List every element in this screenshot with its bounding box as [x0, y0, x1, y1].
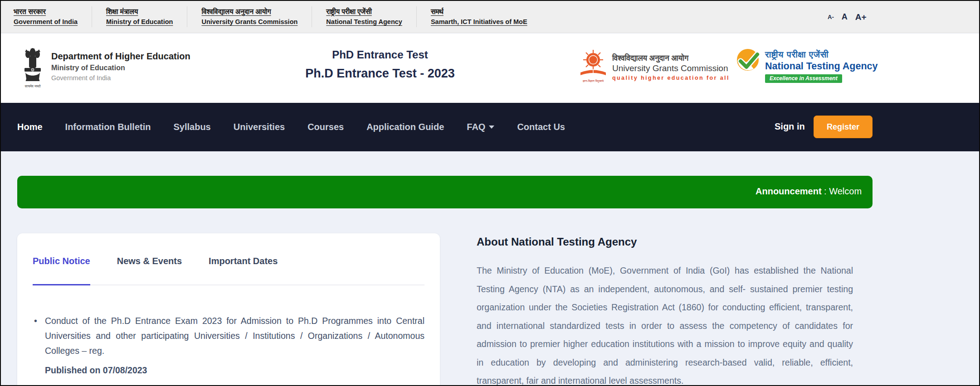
divider [312, 6, 312, 27]
link-english-label: Government of India [14, 17, 78, 27]
link-hindi-label: भारत सरकार [14, 6, 78, 17]
nta-logo-block: राष्ट्रीय परीक्षा एजेंसी National Testin… [736, 48, 878, 83]
link-english-label: National Testing Agency [326, 17, 402, 27]
divider [416, 6, 417, 27]
link-english-label: Ministry of Education [106, 17, 173, 27]
link-university-grants-commission[interactable]: विश्वविद्यालय अनुदान आयोग University Gra… [201, 6, 297, 27]
department-logo-block: सत्यमेव जयते Department of Higher Educat… [21, 48, 190, 89]
tab-important-dates[interactable]: Important Dates [209, 256, 278, 266]
nta-badge: Excellence in Assessment [765, 74, 842, 83]
faq-label: FAQ [467, 122, 485, 132]
page-title-line2: Ph.D Entrance Test - 2023 [273, 66, 487, 81]
notices-card: Public Notice News & Events Important Da… [17, 233, 440, 386]
page-title: PhD Entrance Test Ph.D Entrance Test - 2… [273, 48, 487, 81]
ugc-name-hindi: विश्वविद्यालय अनुदान आयोग [612, 53, 730, 63]
nav-item-home[interactable]: Home [17, 122, 43, 132]
link-ministry-of-education[interactable]: शिक्षा मंत्रालय Ministry of Education [106, 6, 173, 27]
sign-in-link[interactable]: Sign in [775, 121, 805, 132]
font-normal-button[interactable]: A [842, 12, 848, 22]
department-title: Department of Higher Education [51, 51, 190, 62]
link-hindi-label: राष्ट्रीय परीक्षा एजेंसी [326, 6, 402, 17]
department-government: Government of India [51, 74, 190, 82]
nta-logo-icon [736, 48, 760, 72]
government-links: भारत सरकार Government of India शिक्षा मं… [14, 6, 527, 27]
ugc-tagline: quality higher education for all [612, 75, 730, 81]
divider [187, 6, 187, 27]
ugc-logo-icon [580, 49, 607, 79]
nta-name-hindi: राष्ट्रीय परीक्षा एजेंसी [765, 49, 878, 60]
tab-public-notice[interactable]: Public Notice [33, 256, 90, 266]
tab-news-events[interactable]: News & Events [117, 256, 182, 266]
link-hindi-label: समर्थ [431, 6, 527, 17]
nav-item-contact-us[interactable]: Contact Us [517, 122, 565, 132]
ugc-logo-wrap: ज्ञान-विज्ञान विमुक्तये [580, 49, 607, 83]
nta-name-english: National Testing Agency [765, 60, 878, 72]
register-button[interactable]: Register [814, 116, 873, 138]
government-links-bar: भारत सरकार Government of India शिक्षा मं… [1, 1, 979, 33]
about-paragraph: The Ministry of Education (MoE), Governm… [477, 261, 853, 386]
announcement-label: Announcement [756, 186, 822, 196]
chevron-down-icon [489, 125, 494, 129]
ugc-motto: ज्ञान-विज्ञान विमुक्तये [583, 79, 604, 83]
notice-published-date: Published on 07/08/2023 [33, 365, 424, 376]
page-title-line1: PhD Entrance Test [273, 48, 487, 62]
divider [92, 6, 92, 27]
ugc-logo-block: ज्ञान-विज्ञान विमुक्तये विश्वविद्यालय अन… [580, 49, 730, 83]
nav-items: Home Information Bulletin Syllabus Unive… [17, 103, 565, 151]
link-national-testing-agency[interactable]: राष्ट्रीय परीक्षा एजेंसी National Testin… [326, 6, 402, 27]
main-navbar: Home Information Bulletin Syllabus Unive… [1, 103, 979, 151]
india-emblem-icon [23, 48, 42, 83]
site-header: सत्यमेव जयते Department of Higher Educat… [1, 34, 979, 103]
emblem-caption: सत्यमेव जयते [24, 84, 40, 89]
india-emblem-wrap: सत्यमेव जयते [21, 48, 44, 89]
font-increase-button[interactable]: A+ [855, 12, 867, 22]
department-subtitle: Ministry of Education [51, 64, 190, 72]
nav-item-faq[interactable]: FAQ [467, 122, 494, 132]
nav-item-universities[interactable]: Universities [234, 122, 285, 132]
announcement-marquee: Announcement : Welcom [756, 186, 862, 197]
link-hindi-label: विश्वविद्यालय अनुदान आयोग [201, 6, 297, 17]
ugc-text: विश्वविद्यालय अनुदान आयोग University Gra… [612, 49, 730, 83]
notice-list-item[interactable]: Conduct of the Ph.D Entrance Exam 2023 f… [33, 314, 424, 358]
nav-item-information-bulletin[interactable]: Information Bulletin [65, 122, 151, 132]
nav-item-application-guide[interactable]: Application Guide [366, 122, 444, 132]
phd-entrance-portal-page: { "topbar": { "links": [ { "hi": "भारत स… [0, 0, 980, 386]
nav-item-courses[interactable]: Courses [307, 122, 344, 132]
link-english-label: Samarth, ICT Initiatives of MoE [431, 17, 527, 27]
announcement-banner: Announcement : Welcom [17, 176, 873, 208]
nta-text: राष्ट्रीय परीक्षा एजेंसी National Testin… [765, 48, 878, 83]
ugc-name-english: University Grants Commission [612, 63, 730, 73]
notice-tabs: Public Notice News & Events Important Da… [33, 256, 424, 285]
nav-item-syllabus[interactable]: Syllabus [173, 122, 210, 132]
link-government-of-india[interactable]: भारत सरकार Government of India [14, 6, 78, 27]
department-text: Department of Higher Education Ministry … [51, 48, 190, 89]
link-hindi-label: शिक्षा मंत्रालय [106, 6, 173, 17]
font-size-controls: A- A A+ [828, 1, 867, 33]
link-english-label: University Grants Commission [201, 17, 297, 27]
about-section: About National Testing Agency The Minist… [477, 236, 853, 386]
about-heading: About National Testing Agency [477, 236, 853, 248]
link-samarth[interactable]: समर्थ Samarth, ICT Initiatives of MoE [431, 6, 527, 27]
font-decrease-button[interactable]: A- [828, 14, 834, 20]
announcement-text: : Welcom [822, 186, 862, 196]
